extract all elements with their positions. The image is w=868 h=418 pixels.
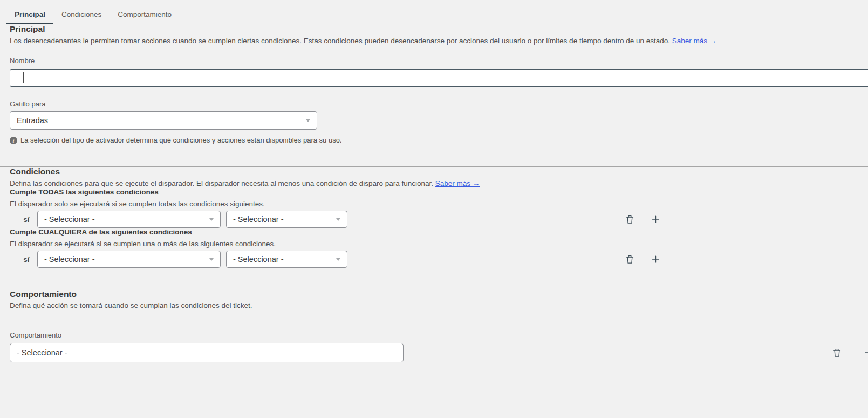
tab-principal[interactable]: Principal	[6, 7, 53, 24]
trigger-for-select[interactable]: Entradas	[10, 111, 317, 130]
name-label: Nombre	[10, 57, 868, 65]
add-condition-button[interactable]	[650, 213, 662, 226]
section-condiciones: Condiciones Defina las condiciones para …	[0, 167, 868, 268]
condition-row-label: sí	[18, 215, 35, 224]
section-comportamiento-title: Comportamiento	[10, 289, 868, 299]
condition-group-any-subtitle: El disparador se ejecutará si se cumplen…	[10, 240, 868, 248]
action-select[interactable]: - Seleccionar -	[10, 343, 404, 362]
add-action-button[interactable]	[862, 346, 868, 359]
tab-comportamiento[interactable]: Comportamiento	[110, 7, 180, 24]
condition-operator-select[interactable]: - Seleccionar -	[226, 211, 347, 228]
select-value: - Seleccionar -	[44, 215, 94, 224]
condition-row-label: sí	[18, 255, 35, 264]
caret-down-icon	[306, 119, 310, 122]
select-value: - Seleccionar -	[233, 255, 283, 264]
caret-down-icon	[209, 258, 214, 261]
form-tabs: Principal Condiciones Comportamiento	[0, 0, 868, 24]
condition-group-all-subtitle: El disparador solo se ejecutará si se cu…	[10, 200, 868, 208]
name-input[interactable]	[10, 69, 868, 87]
action-label: Comportamiento	[10, 332, 868, 339]
plus-icon	[651, 214, 661, 225]
trigger-for-label: Gatillo para	[10, 100, 868, 108]
section-condiciones-description: Defina las condiciones para que se ejecu…	[10, 179, 868, 188]
section-comportamiento-description: Defina qué acción se tomará cuando se cu…	[10, 301, 868, 310]
remove-action-button[interactable]	[831, 346, 843, 359]
trigger-info-row: i La selección del tipo de activador det…	[10, 136, 868, 145]
condition-group-all-title: Cumple TODAS las siguientes condiciones	[10, 188, 868, 196]
section-comportamiento: Comportamiento Defina qué acción se toma…	[0, 289, 868, 362]
section-principal: Principal Los desencadenantes le permite…	[0, 24, 868, 145]
tab-condiciones[interactable]: Condiciones	[53, 7, 110, 24]
remove-condition-button[interactable]	[624, 253, 636, 266]
trash-icon	[625, 214, 635, 225]
name-input-wrap	[10, 69, 868, 87]
condition-attribute-select[interactable]: - Seleccionar -	[37, 251, 221, 268]
condition-operator-select[interactable]: - Seleccionar -	[226, 251, 347, 268]
trigger-info-text: La selección del tipo de activador deter…	[20, 136, 341, 145]
principal-learn-more-link[interactable]: Saber más →	[672, 37, 717, 45]
condition-row-any: sí - Seleccionar - - Seleccionar -	[10, 251, 868, 268]
select-value: - Seleccionar -	[233, 215, 283, 224]
text-cursor	[23, 72, 24, 83]
condiciones-learn-more-link[interactable]: Saber más →	[435, 179, 480, 187]
condiciones-description-text: Defina las condiciones para que se ejecu…	[10, 179, 433, 187]
caret-down-icon	[209, 218, 214, 221]
plus-icon	[651, 254, 661, 265]
info-icon: i	[10, 137, 17, 144]
select-value: - Seleccionar -	[44, 255, 94, 264]
condition-group-any-title: Cumple CUALQUIERA de las siguientes cond…	[10, 228, 868, 236]
select-value: - Seleccionar -	[17, 348, 67, 357]
caret-down-icon	[336, 258, 340, 261]
remove-condition-button[interactable]	[624, 213, 636, 226]
section-principal-description: Los desencadenantes le permiten tomar ac…	[10, 36, 868, 45]
action-row: - Seleccionar -	[10, 343, 868, 362]
condition-row-all: sí - Seleccionar - - Seleccionar -	[10, 211, 868, 228]
trash-icon	[832, 347, 842, 358]
section-condiciones-title: Condiciones	[10, 167, 868, 177]
add-condition-button[interactable]	[650, 253, 662, 266]
principal-description-text: Los desencadenantes le permiten tomar ac…	[10, 37, 670, 45]
condition-attribute-select[interactable]: - Seleccionar -	[37, 211, 221, 228]
plus-icon	[863, 347, 868, 358]
section-principal-title: Principal	[10, 24, 868, 34]
trigger-for-select-value: Entradas	[17, 116, 48, 125]
trash-icon	[625, 254, 635, 265]
caret-down-icon	[336, 218, 340, 221]
